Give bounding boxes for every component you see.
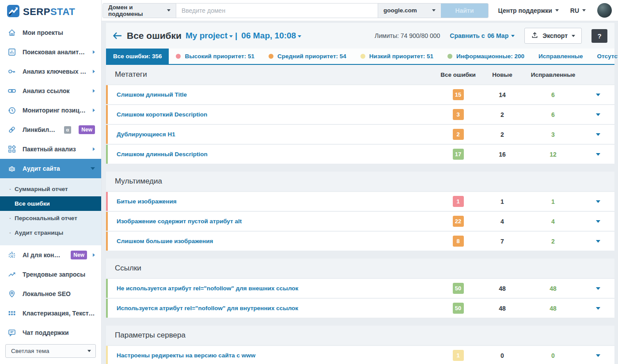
tab-6[interactable]: Отсутствующие	[590, 49, 618, 64]
sidebar-item-label: Локальное SEO	[23, 290, 71, 297]
fixed-count: 0	[524, 352, 582, 359]
expand-row-icon[interactable]	[582, 94, 614, 96]
sidebar-item-trending-queries[interactable]: Трендовые запросы	[0, 265, 101, 284]
issue-link[interactable]: Слишком длинный Description	[117, 151, 436, 158]
tab-label: Отсутствующие	[597, 53, 618, 60]
sidebar-item-ai-content[interactable]: AI для контентаNew	[0, 245, 101, 265]
issue-row[interactable]: Настроены редиректы на версию сайта с ww…	[106, 346, 614, 364]
expand-row-icon[interactable]	[582, 354, 614, 357]
logo[interactable]: SERPSTAT	[0, 0, 101, 23]
issue-link[interactable]: Слишком длинный Title	[117, 91, 436, 98]
expand-row-icon[interactable]	[582, 287, 614, 290]
issue-link[interactable]: Слишком короткий Description	[117, 111, 436, 118]
tab-label: Все ошибки: 356	[113, 53, 162, 60]
submenu-item-summary-report[interactable]: Суммарный отчет	[0, 182, 101, 196]
find-button[interactable]: Найти	[441, 4, 488, 18]
expand-row-icon[interactable]	[582, 240, 614, 243]
help-button[interactable]: ?	[591, 29, 607, 43]
expand-row-icon[interactable]	[582, 200, 614, 203]
sidebar-item-search-analytics[interactable]: Поисковая аналитика	[0, 42, 101, 62]
fixed-count: 4	[524, 218, 582, 225]
submenu-item-personal-report[interactable]: Персональный отчет	[0, 211, 101, 225]
errors-count-cell: 1	[436, 350, 480, 361]
tab-3[interactable]: Низкий приоритет: 51	[353, 49, 440, 64]
issue-row[interactable]: Используется атрибут rel="nofollow" для …	[106, 299, 614, 318]
expand-row-icon[interactable]	[582, 307, 614, 310]
errors-count-badge: 17	[453, 149, 464, 160]
sidebar-item-clustering[interactable]: Кластеризация, Текстова…	[0, 304, 101, 323]
section-header: Мультимедиа	[106, 172, 614, 191]
issue-link[interactable]: Слишком большие изображения	[117, 238, 436, 244]
issue-row[interactable]: Слишком короткий Description326	[106, 105, 614, 124]
tab-0[interactable]: Все ошибки: 356	[106, 49, 169, 64]
theme-select[interactable]: Светлая тема	[5, 344, 96, 358]
new-badge: New	[79, 125, 95, 134]
tab-5[interactable]: Исправленные	[531, 49, 590, 64]
domain-search-input[interactable]	[176, 4, 378, 18]
search-engine-select[interactable]: google.com	[378, 4, 441, 18]
expand-row-icon[interactable]	[582, 220, 614, 223]
sidebar-item-link-analysis[interactable]: Анализ ссылок	[0, 81, 101, 101]
search-scope-select[interactable]: Домен и поддомены	[103, 4, 176, 18]
issue-link[interactable]: Изображение содержит пустой атрибут alt	[117, 218, 436, 225]
issue-row[interactable]: Слишком длинный Description171612	[106, 145, 614, 164]
issue-link[interactable]: Настроены редиректы на версию сайта с ww…	[117, 352, 436, 359]
page-title: Все ошибки	[127, 30, 182, 41]
sidebar-item-label: AI для контента	[23, 251, 63, 259]
expand-row-icon[interactable]	[582, 153, 614, 156]
topbar: Домен и поддомены google.com Найти Центр…	[102, 0, 618, 21]
chevron-right-icon	[93, 109, 95, 112]
expand-row-icon[interactable]	[582, 113, 614, 116]
chevron-right-icon	[93, 50, 95, 54]
tab-2[interactable]: Средний приоритет: 54	[262, 49, 353, 64]
trend-icon	[7, 270, 17, 279]
sidebar-item-link-building[interactable]: ЛинкбилдингαNew	[0, 120, 101, 139]
sidebar-item-batch-analysis[interactable]: Пакетный анализ	[0, 139, 101, 159]
sidebar-item-label: Поисковая аналитика	[23, 49, 87, 56]
tab-1[interactable]: Высокий приоритет: 51	[169, 49, 261, 64]
expand-row-icon[interactable]	[582, 133, 614, 136]
export-label: Экспорт	[542, 32, 568, 39]
issue-row[interactable]: Слишком длинный Title15146	[106, 85, 614, 104]
tab-label: Информационные: 200	[456, 53, 524, 60]
sidebar-item-keyword-analysis[interactable]: Анализ ключевых слов	[0, 62, 101, 81]
sidebar-item-support-chat[interactable]: Чат поддержки	[0, 323, 101, 342]
support-center-menu[interactable]: Центр поддержки	[498, 7, 559, 14]
issue-row[interactable]: Изображение содержит пустой атрибут alt2…	[106, 212, 614, 231]
issue-row[interactable]: Не используется атрибут rel="nofollow" д…	[106, 279, 614, 298]
submenu-item-all-errors[interactable]: Все ошибки	[0, 196, 101, 211]
priority-dot	[447, 54, 452, 59]
export-button[interactable]: Экспорт	[524, 28, 582, 44]
issue-link[interactable]: Используется атрибут rel="nofollow" для …	[117, 305, 436, 311]
back-arrow-icon[interactable]	[112, 31, 123, 40]
errors-count-badge: 8	[453, 236, 464, 247]
issue-row[interactable]: Дублирующиеся H1223	[106, 125, 614, 144]
fixed-count: 6	[524, 91, 582, 98]
issue-row[interactable]: Битые изображения111	[106, 192, 614, 211]
sidebar-item-site-audit[interactable]: Аудит сайта	[0, 159, 101, 178]
serpstat-logo-icon	[7, 5, 19, 19]
tab-label: Исправленные	[538, 53, 583, 60]
chevron-right-icon	[93, 147, 95, 151]
sidebar-item-my-projects[interactable]: Мои проекты	[0, 23, 101, 42]
sidebar-item-rank-tracking[interactable]: Мониторинг позиций	[0, 101, 101, 120]
errors-count-badge: 2	[453, 129, 464, 140]
report-date-selector[interactable]: 06 Мар, 10:08	[241, 31, 301, 41]
issue-link[interactable]: Не используется атрибут rel="nofollow" д…	[117, 285, 436, 292]
chevron-down-icon	[432, 9, 436, 11]
app: SERPSTAT Мои проектыПоисковая аналитикаА…	[0, 0, 618, 364]
issue-link[interactable]: Дублирующиеся H1	[117, 131, 436, 138]
column-header: Все ошибки	[436, 71, 480, 78]
sidebar-item-label: Мои проекты	[23, 29, 63, 36]
sidebar-item-local-seo[interactable]: Локальное SEO	[0, 284, 101, 304]
grid-icon	[7, 309, 17, 318]
avatar[interactable]	[597, 3, 612, 18]
submenu-item-page-audit[interactable]: Аудит страницы	[0, 225, 101, 240]
issue-link[interactable]: Битые изображения	[117, 198, 436, 205]
project-selector[interactable]: My project	[186, 31, 233, 41]
language-select[interactable]: RU	[570, 7, 586, 14]
issue-row[interactable]: Слишком большие изображения872	[106, 232, 614, 251]
tab-4[interactable]: Информационные: 200	[440, 49, 531, 64]
chevron-down-icon	[229, 35, 233, 38]
compare-with-link[interactable]: Сравнить с 06 Мар	[450, 32, 515, 39]
